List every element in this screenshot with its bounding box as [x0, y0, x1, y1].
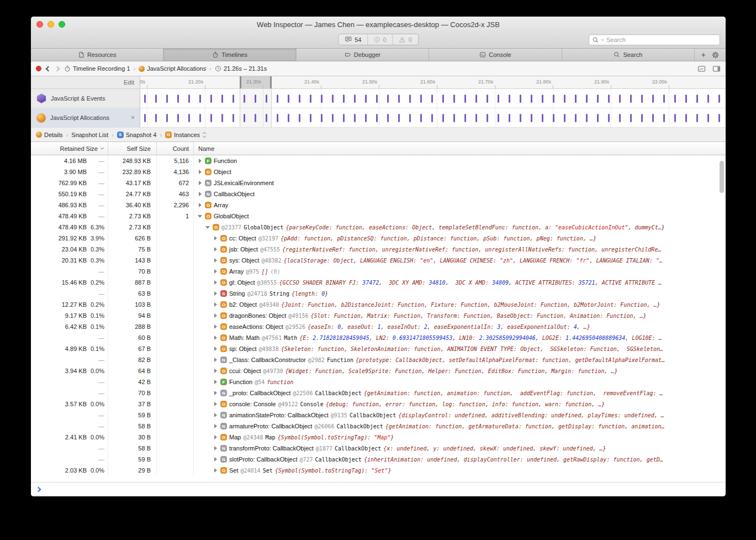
- column-header-count[interactable]: Count: [157, 142, 194, 155]
- disclosure-collapsed-icon[interactable]: [213, 291, 218, 296]
- table-row[interactable]: —59 BanimationStateProto: CallbackObject…: [31, 410, 726, 421]
- details-crumb[interactable]: Details: [36, 132, 63, 138]
- snapshot-list-crumb[interactable]: Snapshot List: [71, 132, 108, 138]
- disclosure-expanded-icon[interactable]: [197, 215, 203, 218]
- table-row[interactable]: 3.90 MB—232.89 KB4,136Object: [31, 166, 726, 177]
- disclosure-collapsed-icon[interactable]: [213, 468, 218, 473]
- breadcrumb-javascript-allocations[interactable]: JavaScript Allocations: [139, 65, 206, 72]
- table-row[interactable]: —42 BFunction@54function: [31, 376, 726, 387]
- table-row[interactable]: —59 BslotProto: CallbackObject@727Callba…: [31, 454, 726, 465]
- table-row[interactable]: 3.57 KB0.0%37 Bconsole: Console@49122Con…: [31, 399, 726, 410]
- selection-end-handle[interactable]: [270, 76, 272, 88]
- table-row[interactable]: —60 BMath: Math@47561Math{E: 2.718281828…: [31, 332, 726, 343]
- table-row[interactable]: 478.49 KB6.3%2.73 KB@23377GlobalObject{p…: [31, 222, 726, 233]
- table-row[interactable]: 3.94 KB0.0%64 Bccui: Object@49730{Widget…: [31, 365, 726, 376]
- table-row[interactable]: 486.93 KB—36.40 KB2,296Array: [31, 200, 726, 211]
- add-tab-button[interactable]: [701, 50, 706, 60]
- close-track-icon[interactable]: [131, 114, 135, 121]
- tab-timelines[interactable]: Timelines: [163, 49, 296, 61]
- disclosure-collapsed-icon[interactable]: [197, 159, 203, 163]
- disclosure-collapsed-icon[interactable]: [213, 247, 218, 251]
- breadcrumb-time-range[interactable]: 21.26s – 21.31s: [215, 65, 267, 72]
- disclosure-collapsed-icon[interactable]: [213, 424, 218, 428]
- timeline-row-label[interactable]: JavaScript & Events: [31, 89, 140, 108]
- canvas-overview-icon[interactable]: [697, 65, 706, 72]
- tab-debugger[interactable]: Debugger: [297, 49, 429, 61]
- warning-count-button[interactable]: 0: [393, 34, 418, 45]
- disclosure-collapsed-icon[interactable]: [197, 181, 203, 185]
- table-row[interactable]: —70 BArray@975[](0): [31, 266, 726, 277]
- table-row[interactable]: —58 BarmatureProto: CallbackObject@26066…: [31, 421, 726, 432]
- table-row[interactable]: 4.16 MB—248.93 KB5,116Function: [31, 155, 726, 166]
- disclosure-collapsed-icon[interactable]: [213, 313, 218, 318]
- disclosure-collapsed-icon[interactable]: [197, 192, 203, 196]
- disclosure-collapsed-icon[interactable]: [213, 413, 218, 417]
- table-row[interactable]: 15.46 KB0.2%887 Bgl: Object@30555{GCCSO_…: [31, 277, 726, 288]
- titlebar[interactable]: Web Inspector — James Chen — examplecase…: [31, 17, 726, 32]
- table-row[interactable]: 6.42 KB0.1%288 BeaseActions: Object@2952…: [31, 321, 726, 332]
- table-row[interactable]: 291.92 KB3.9%626 Bcc: Object@32197{pAdd:…: [31, 233, 726, 244]
- table-row[interactable]: —82 B_Class: CallbackConstructor@2982Fun…: [31, 354, 726, 365]
- disclosure-collapsed-icon[interactable]: [213, 269, 218, 274]
- table-row[interactable]: 23.04 KB0.3%75 Bjsb: Object@47555{regist…: [31, 244, 726, 255]
- console-message-count-button[interactable]: 54: [339, 34, 368, 45]
- disclosure-expanded-icon[interactable]: [205, 226, 210, 229]
- disclosure-collapsed-icon[interactable]: [213, 236, 218, 240]
- disclosure-collapsed-icon[interactable]: [213, 335, 218, 340]
- table-row[interactable]: 550.19 KB—24.77 KB463CallbackObject: [31, 188, 726, 200]
- js-allocations-track[interactable]: [140, 108, 726, 127]
- timeline-row-label[interactable]: JavaScript Allocations: [31, 108, 140, 127]
- disclosure-collapsed-icon[interactable]: [213, 457, 218, 462]
- table-row[interactable]: 12.27 KB0.2%103 Bb2: Object@49340{Joint:…: [31, 299, 726, 310]
- timeline-row-js-events[interactable]: JavaScript & Events: [31, 89, 726, 108]
- instances-crumb[interactable]: Instances: [165, 132, 207, 138]
- js-events-track[interactable]: [140, 89, 726, 108]
- disclosure-collapsed-icon[interactable]: [197, 203, 203, 207]
- forward-button[interactable]: [55, 66, 60, 71]
- table-row[interactable]: 20.31 KB0.3%143 Bsys: Object@48382{local…: [31, 255, 726, 266]
- disclosure-collapsed-icon[interactable]: [213, 280, 218, 285]
- record-button[interactable]: [36, 66, 41, 71]
- close-window-button[interactable]: [36, 21, 43, 28]
- disclosure-collapsed-icon[interactable]: [213, 324, 218, 329]
- back-button[interactable]: [46, 66, 51, 71]
- quick-console-prompt[interactable]: [31, 482, 726, 496]
- edit-timelines-button[interactable]: Edit: [124, 79, 134, 86]
- gear-icon[interactable]: [712, 51, 719, 59]
- disclosure-collapsed-icon[interactable]: [213, 391, 218, 395]
- table-row[interactable]: —63 BString@24718String{length: 0}: [31, 288, 726, 299]
- timeline-row-js-allocations[interactable]: JavaScript Allocations: [31, 108, 726, 128]
- disclosure-collapsed-icon[interactable]: [213, 402, 218, 406]
- vertical-scrollbar-thumb[interactable]: [720, 161, 724, 193]
- column-header-retained-size[interactable]: Retained Size: [31, 142, 108, 155]
- tab-resources[interactable]: Resources: [31, 49, 163, 61]
- zoom-window-button[interactable]: [59, 21, 65, 28]
- table-row[interactable]: —70 B_proto: CallbackObject@22506Callbac…: [31, 387, 726, 399]
- table-row[interactable]: 9.17 KB0.1%94 BdragonBones: Object@49156…: [31, 310, 726, 321]
- table-row[interactable]: 762.99 KB—43.17 KB672JSLexicalEnvironmen…: [31, 177, 726, 188]
- table-row[interactable]: 2.41 KB0.0%30 BMap@24348Map{Symbol(Symbo…: [31, 432, 726, 443]
- table-row[interactable]: 478.49 KB—2.73 KB1GlobalObject: [31, 211, 726, 222]
- ruler-track[interactable]: 21.10s21.20s21.30s21.40s21.50s21.60s21.7…: [140, 76, 726, 88]
- disclosure-collapsed-icon[interactable]: [213, 258, 218, 263]
- disclosure-collapsed-icon[interactable]: [197, 170, 203, 174]
- column-header-name[interactable]: Name: [194, 142, 726, 155]
- tab-console[interactable]: Console: [429, 49, 562, 61]
- breadcrumb-timeline-recording[interactable]: Timeline Recording 1: [64, 65, 130, 72]
- minimize-window-button[interactable]: [47, 21, 54, 28]
- disclosure-collapsed-icon[interactable]: [213, 358, 218, 362]
- disclosure-collapsed-icon[interactable]: [213, 380, 218, 384]
- table-row[interactable]: —58 BtransformProto: CallbackObject@1877…: [31, 443, 726, 454]
- disclosure-collapsed-icon[interactable]: [213, 302, 218, 307]
- info-count-button[interactable]: 0: [368, 34, 393, 45]
- snapshot-4-crumb[interactable]: Snapshot 4: [117, 132, 157, 138]
- disclosure-collapsed-icon[interactable]: [213, 369, 218, 373]
- table-row[interactable]: 2.03 KB0.0%29 BSet@24014Set{Symbol(Symbo…: [31, 465, 726, 476]
- column-header-self-size[interactable]: Self Size: [108, 142, 157, 155]
- toolbar-search-field[interactable]: Search: [589, 34, 720, 45]
- disclosure-collapsed-icon[interactable]: [213, 446, 218, 450]
- tab-search[interactable]: Search: [562, 49, 695, 61]
- table-row[interactable]: 4.89 KB0.1%67 Bsp: Object@49838{Skeleton…: [31, 343, 726, 354]
- details-sidebar-toggle-icon[interactable]: [712, 65, 721, 72]
- disclosure-collapsed-icon[interactable]: [213, 347, 218, 351]
